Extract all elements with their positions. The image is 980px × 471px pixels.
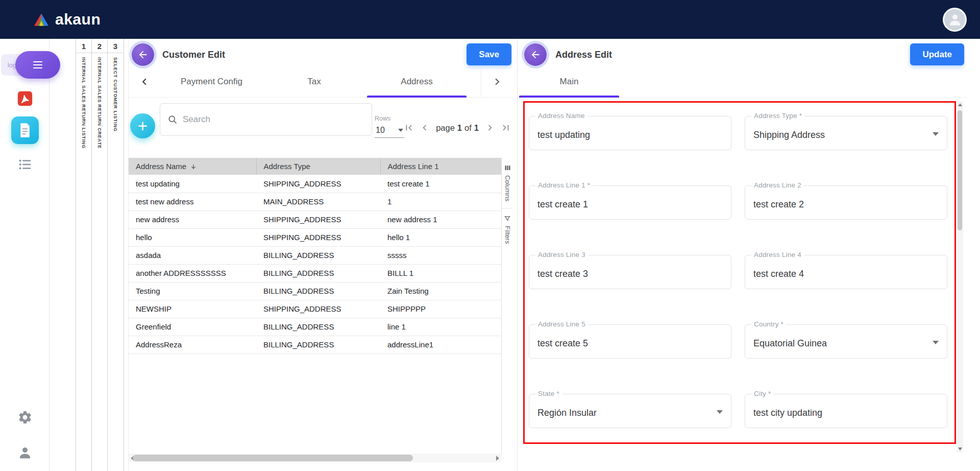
- search-input[interactable]: [183, 114, 364, 125]
- tab-main[interactable]: Main: [518, 66, 621, 97]
- save-button[interactable]: Save: [467, 43, 511, 65]
- address-tabs: Main: [518, 66, 966, 97]
- field-city[interactable]: City *test city updating: [745, 394, 947, 428]
- column-header-address-name[interactable]: Address Name: [129, 158, 256, 175]
- field-address-line-2[interactable]: Address Line 2test create 2: [745, 185, 947, 220]
- topbar: akaun: [0, 0, 980, 39]
- scroll-up-arrow-icon[interactable]: [958, 103, 962, 106]
- profile-person-icon[interactable]: [0, 445, 50, 460]
- field-country[interactable]: Country *Equatorial Guinea: [745, 324, 947, 359]
- page-word: page: [436, 123, 455, 133]
- settings-gear-icon[interactable]: [0, 410, 50, 425]
- workflow-tab-3[interactable]: 3SELECT CUSTOMER LISTING: [107, 39, 123, 471]
- field-value: Región Insular: [537, 408, 597, 418]
- workflow-tab-label: SELECT CUSTOMER LISTING: [113, 57, 118, 132]
- columns-tool-label: Columns: [504, 175, 511, 201]
- table-cell: new address: [129, 210, 256, 228]
- pagination: page 1 of 1: [403, 120, 512, 136]
- field-value: test create 2: [753, 199, 804, 210]
- back-arrow-icon: [137, 49, 149, 60]
- dropdown-caret-icon: [933, 132, 939, 136]
- menu-toggle-button[interactable]: [15, 51, 60, 79]
- field-address-line-1[interactable]: Address Line 1 *test create 1: [529, 185, 731, 220]
- next-page-button[interactable]: [484, 122, 496, 133]
- table-row[interactable]: NEWSHIPSHIPPING_ADDRESSSHIPPPPP: [129, 300, 501, 318]
- field-label: Address Name: [535, 112, 587, 120]
- first-page-button[interactable]: [403, 122, 414, 133]
- list-app-icon[interactable]: [0, 157, 50, 172]
- field-state[interactable]: State *Región Insular: [529, 394, 731, 428]
- last-page-button[interactable]: [500, 122, 511, 133]
- table-cell: another ADDRESSSSSSS: [129, 264, 256, 282]
- horizontal-scrollbar[interactable]: [129, 454, 501, 462]
- address-back-button[interactable]: [524, 43, 547, 66]
- address-form: Address Nametest updatingAddress Type *S…: [525, 103, 954, 428]
- address-panel-title: Address Edit: [555, 50, 612, 60]
- table-row[interactable]: test updatingSHIPPING_ADDRESStest create…: [129, 175, 501, 193]
- table-row[interactable]: new addressSHIPPING_ADDRESSnew address 1: [129, 210, 501, 228]
- tab-scroll-left-button[interactable]: [129, 66, 160, 97]
- rows-caret-icon: [398, 129, 403, 132]
- address-tabbar: Main: [518, 66, 966, 98]
- customer-back-button[interactable]: [132, 43, 154, 66]
- table-cell: SHIPPING_ADDRESS: [256, 175, 380, 193]
- field-address-type[interactable]: Address Type *Shipping Address: [745, 116, 947, 150]
- customer-edit-panel: Customer Edit Save Payment Config Tax Ad…: [128, 39, 512, 471]
- workflow-tab-1[interactable]: 1INTERNAL SALES RETURN LISTING: [76, 39, 91, 471]
- avatar[interactable]: [943, 8, 967, 32]
- table-cell: AddressReza: [129, 336, 256, 354]
- field-value: Shipping Address: [753, 130, 825, 140]
- table-row[interactable]: TestingBILLING_ADDRESSZain Testing: [129, 282, 501, 300]
- field-label: State *: [535, 390, 562, 397]
- table-cell: BILLING_ADDRESS: [256, 246, 380, 264]
- update-button[interactable]: Update: [910, 43, 964, 65]
- column-header-address-line-1[interactable]: Address Line 1: [380, 158, 501, 175]
- prev-page-button[interactable]: [419, 122, 430, 133]
- tab-scroll-right-button[interactable]: [481, 66, 512, 97]
- field-address-line-4[interactable]: Address Line 4test create 4: [745, 255, 947, 289]
- sidebar: logo: [0, 39, 50, 471]
- vertical-scrollbar-thumb[interactable]: [958, 110, 962, 230]
- field-address-line-3[interactable]: Address Line 3test create 3: [529, 255, 731, 289]
- field-label: Address Line 4: [751, 251, 804, 258]
- scroll-right-arrow-icon[interactable]: [496, 456, 499, 461]
- table-cell: 1: [380, 193, 501, 210]
- workflow-tab-number: 3: [108, 42, 123, 53]
- avatar-person-icon: [947, 12, 963, 27]
- filters-tool-button[interactable]: Filters: [502, 208, 512, 251]
- tab-payment-config[interactable]: Payment Config: [160, 66, 263, 97]
- brand-logo-icon: [34, 13, 49, 27]
- pdf-app-icon[interactable]: [0, 90, 50, 107]
- workflow-tab-2[interactable]: 2INTERNAL SALES RETURN CREATE: [91, 39, 107, 471]
- field-address-line-5[interactable]: Address Line 5test create 5: [529, 324, 731, 359]
- table-cell: SHIPPING_ADDRESS: [256, 210, 380, 228]
- column-header-label: Address Line 1: [388, 162, 439, 171]
- chevron-left-icon: [138, 75, 151, 88]
- add-address-button[interactable]: +: [130, 113, 155, 138]
- table-row[interactable]: asdadaBILLING_ADDRESSsssss: [129, 246, 501, 264]
- address-edit-panel: Address Edit Update Main Address Nametes…: [517, 39, 966, 471]
- scroll-down-arrow-icon[interactable]: [958, 448, 962, 451]
- table-cell: MAIN_ADDRESS: [256, 193, 380, 210]
- tab-address[interactable]: Address: [365, 66, 468, 97]
- workflow-tab-number: 1: [76, 42, 91, 53]
- horizontal-scrollbar-thumb[interactable]: [133, 455, 413, 461]
- prev-page-icon: [419, 122, 430, 133]
- table-row[interactable]: another ADDRESSSSSSSBILLING_ADDRESSBILLL…: [129, 264, 501, 282]
- workflow-tab-label: INTERNAL SALES RETURN LISTING: [81, 57, 86, 149]
- filter-icon: [504, 215, 511, 222]
- tab-tax[interactable]: Tax: [263, 66, 365, 97]
- vertical-scrollbar[interactable]: [957, 101, 963, 453]
- document-app-icon[interactable]: [0, 116, 50, 144]
- column-header-address-type[interactable]: Address Type: [256, 158, 380, 175]
- field-value: test create 3: [537, 269, 588, 279]
- field-address-name[interactable]: Address Nametest updating: [529, 116, 731, 150]
- columns-tool-button[interactable]: Columns: [502, 158, 512, 208]
- app-body: logo: [0, 39, 980, 471]
- table-row[interactable]: AddressRezaBILLING_ADDRESSaddressLine1: [129, 336, 501, 354]
- table-row[interactable]: helloSHIPPING_ADDRESShello 1: [129, 228, 501, 246]
- table-cell: BILLING_ADDRESS: [256, 282, 380, 300]
- table-row[interactable]: test new addressMAIN_ADDRESS1: [129, 193, 501, 210]
- table-cell: hello: [129, 228, 256, 246]
- table-row[interactable]: GreenfieldBILLING_ADDRESSline 1: [129, 318, 501, 336]
